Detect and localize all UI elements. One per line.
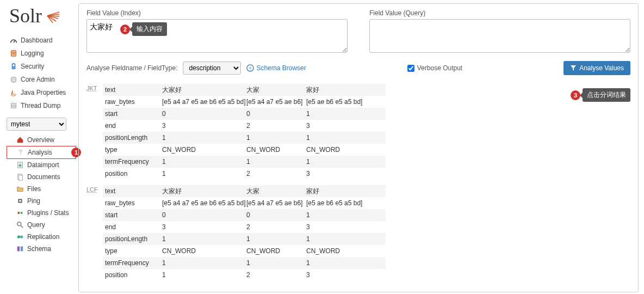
- val-cell: 3: [160, 221, 244, 233]
- svg-text:?: ?: [249, 66, 252, 71]
- svg-line-0: [14, 40, 15, 42]
- val-cell: 1: [304, 257, 386, 269]
- val-cell: 2: [244, 168, 304, 180]
- val-cell: [e5 ae b6 e5 a5 bd]: [304, 96, 386, 108]
- vals-col: 家好[e5 ae b6 e5 a5 bd]131CN_WORD13: [304, 84, 386, 180]
- submenu-item-overview[interactable]: Overview: [7, 134, 76, 146]
- nav-item-security[interactable]: Security: [7, 60, 76, 73]
- val-cell: 3: [304, 120, 386, 132]
- keys-col: textraw_bytesstartendpositionLengthtypet…: [103, 185, 160, 281]
- val-cell: 3: [304, 168, 386, 180]
- submenu-item-dataimport[interactable]: Dataimport: [7, 159, 76, 171]
- submenu-label: Analysis: [28, 149, 52, 156]
- funnel-icon: [570, 65, 577, 71]
- block-table: textraw_bytesstartendpositionLengthtypet…: [103, 84, 386, 180]
- nav-item-logging[interactable]: Logging: [7, 47, 76, 60]
- core-submenu: OverviewAnalysis1DataimportDocumentsFile…: [7, 134, 76, 255]
- val-cell: 大家: [244, 185, 304, 197]
- val-cell: 大家: [244, 84, 304, 96]
- core-selector-wrap: mytest: [7, 118, 73, 131]
- submenu-label: Dataimport: [27, 161, 59, 169]
- annotation-3-text: 点击分词结果: [583, 88, 630, 102]
- analyse-button[interactable]: Analyse Values: [564, 61, 630, 75]
- val-cell: CN_WORD: [304, 144, 386, 156]
- nav-item-thread-dump[interactable]: Thread Dump: [7, 99, 76, 112]
- svg-point-6: [11, 94, 16, 96]
- nav-item-core-admin[interactable]: Core Admin: [7, 73, 76, 86]
- keys-col: textraw_bytesstartendpositionLengthtypet…: [103, 84, 160, 180]
- key-cell: type: [103, 144, 160, 156]
- schema-browser-link[interactable]: ? Schema Browser: [246, 64, 306, 72]
- result-block-lcf: LCFtextraw_bytesstartendpositionLengthty…: [86, 185, 630, 281]
- submenu-item-schema[interactable]: Schema: [7, 243, 76, 255]
- val-cell: 3: [160, 120, 244, 132]
- fieldtype-select[interactable]: description: [183, 62, 241, 75]
- val-cell: 1: [304, 209, 386, 221]
- val-cell: 家好: [304, 185, 386, 197]
- svg-point-20: [20, 235, 23, 238]
- val-cell: 1: [304, 233, 386, 245]
- submenu-item-replication[interactable]: Replication: [7, 231, 76, 243]
- val-cell: CN_WORD: [244, 144, 304, 156]
- val-cell: 1: [244, 233, 304, 245]
- key-cell: position: [103, 269, 160, 281]
- val-cell: [e5 a4 a7 e5 ae b6]: [244, 96, 304, 108]
- main-panel: Field Value (Index) 2 输入内容 Field Value (…: [78, 3, 639, 292]
- svg-point-19: [17, 235, 20, 238]
- key-cell: text: [103, 84, 160, 96]
- submenu-item-files[interactable]: Files: [7, 183, 76, 195]
- val-cell: [e5 a4 a7 e5 ae b6 e5 a5 bd]: [160, 197, 244, 209]
- annotation-2-text: 输入内容: [132, 22, 167, 36]
- val-cell: 1: [160, 257, 244, 269]
- submenu-item-analysis[interactable]: Analysis1: [7, 146, 76, 159]
- submenu-item-ping[interactable]: Ping: [7, 195, 76, 207]
- submenu-item-plugins-stats[interactable]: Plugins / Stats: [7, 207, 76, 219]
- val-cell: 0: [160, 209, 244, 221]
- annotation-3-num: 3: [571, 90, 580, 100]
- svg-rect-22: [21, 247, 23, 252]
- submenu-item-documents[interactable]: Documents: [7, 171, 76, 183]
- annotation-2-num: 2: [120, 24, 130, 34]
- submenu-label: Query: [27, 221, 45, 229]
- val-cell: 2: [244, 269, 304, 281]
- key-cell: termFrequency: [103, 257, 160, 269]
- key-cell: raw_bytes: [103, 197, 160, 209]
- core-selector[interactable]: mytest: [7, 118, 66, 131]
- verbose-checkbox[interactable]: [407, 65, 414, 72]
- submenu-item-query[interactable]: Query: [7, 219, 76, 231]
- nav-item-java-properties[interactable]: Java Properties: [7, 86, 76, 99]
- verbose-wrap[interactable]: Verbose Output: [407, 64, 462, 72]
- submenu-label: Overview: [27, 136, 54, 144]
- schema-browser-text: Schema Browser: [256, 64, 306, 72]
- query-textarea[interactable]: [369, 19, 630, 53]
- analyse-label: Analyse Fieldname / FieldType:: [86, 64, 177, 72]
- annotation-3: 3 点击分词结果: [571, 88, 630, 102]
- query-col: Field Value (Query): [369, 9, 630, 54]
- val-cell: 2: [244, 221, 304, 233]
- submenu-label: Schema: [27, 245, 51, 253]
- val-cell: 0: [160, 108, 244, 120]
- val-cell: 1: [304, 108, 386, 120]
- nav-item-dashboard[interactable]: Dashboard: [7, 34, 76, 47]
- svg-point-17: [17, 222, 21, 226]
- key-cell: end: [103, 221, 160, 233]
- svg-rect-14: [19, 200, 21, 202]
- logo-text: Solr: [9, 4, 42, 27]
- results-area: JKTtextraw_bytesstartendpositionLengthty…: [86, 84, 630, 281]
- val-cell: [e5 a4 a7 e5 ae b6 e5 a5 bd]: [160, 96, 244, 108]
- key-cell: start: [103, 209, 160, 221]
- result-block-jkt: JKTtextraw_bytesstartendpositionLengthty…: [86, 84, 630, 180]
- val-cell: 大家好: [160, 185, 244, 197]
- submenu-label: Files: [27, 185, 41, 193]
- block-label: JKT: [86, 84, 103, 180]
- submenu-label: Documents: [27, 173, 60, 181]
- submenu-label: Ping: [27, 197, 40, 205]
- block-table: textraw_bytesstartendpositionLengthtypet…: [103, 185, 386, 281]
- svg-rect-16: [21, 212, 23, 214]
- val-cell: 大家好: [160, 84, 244, 96]
- verbose-label: Verbose Output: [417, 64, 462, 72]
- vals-col: 大家好[e5 a4 a7 e5 ae b6 e5 a5 bd]031CN_WOR…: [160, 185, 244, 281]
- val-cell: [e5 ae b6 e5 a5 bd]: [304, 197, 386, 209]
- svg-rect-4: [12, 66, 16, 69]
- svg-rect-1: [11, 51, 16, 57]
